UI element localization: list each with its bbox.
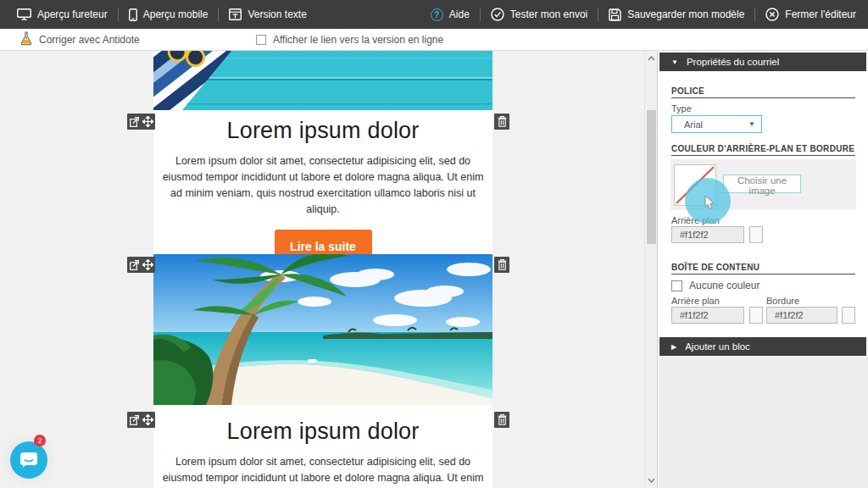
secondary-toolbar: Corriger avec Antidote Afficher le lien … — [0, 29, 868, 51]
no-color-option: Aucune couleur — [671, 280, 760, 291]
font-type-select[interactable]: Arial ▼ — [671, 115, 762, 133]
toolbar-right-group: ? Aide Tester mon envoi Sauvegarder mon … — [420, 0, 856, 29]
content-bg-input[interactable] — [671, 307, 744, 324]
antidote-correct-button[interactable]: Corriger avec Antidote — [20, 29, 140, 51]
move-block-icon[interactable] — [141, 114, 154, 130]
text-version-button[interactable]: Version texte — [219, 0, 316, 29]
text-version-icon — [229, 8, 242, 20]
chat-notification-badge: 2 — [34, 435, 46, 446]
speech-bubble-icon — [19, 452, 38, 469]
duplicate-block-icon[interactable] — [127, 114, 141, 130]
scroll-up-arrow[interactable] — [645, 53, 658, 64]
panel-header-add-block[interactable]: ▶ Ajouter un bloc — [659, 337, 866, 356]
save-template-label: Sauvegarder mon modèle — [627, 8, 744, 20]
phone-icon — [129, 8, 137, 21]
expand-triangle-icon: ▶ — [671, 343, 676, 351]
email-paragraph-1: Lorem ipsum dolor sit amet, consectetur … — [160, 153, 486, 218]
content-bg-label: Arrière plan — [671, 296, 720, 306]
preview-browser-button[interactable]: Aperçu fureteur — [17, 0, 118, 29]
email-text-block-2[interactable]: Lorem ipsum dolor Lorem ipsum dolor sit … — [153, 405, 492, 488]
duplicate-block-icon[interactable] — [127, 257, 141, 273]
section-rule — [671, 274, 855, 274]
email-paragraph-2: Lorem ipsum dolor sit amet, consectetur … — [160, 454, 486, 488]
test-send-label: Tester mon envoi — [510, 8, 587, 20]
scroll-down-arrow[interactable] — [645, 474, 658, 486]
choose-image-button[interactable]: Choisir une image — [723, 175, 801, 193]
help-icon: ? — [431, 8, 443, 21]
scrollbar-thumb[interactable] — [647, 110, 656, 244]
close-editor-label: Fermer l'éditeur — [785, 8, 856, 20]
add-block-label: Ajouter un bloc — [685, 341, 750, 352]
properties-panel: ▼ Propriétés du courriel POLICE Type Ari… — [657, 51, 868, 488]
section-title-content-box: BOÎTE DE CONTENU — [671, 263, 760, 272]
toolbar-left-group: Aperçu fureteur Aperçu mobile Version te… — [17, 0, 317, 29]
move-block-icon[interactable] — [141, 412, 154, 428]
close-circle-icon — [765, 8, 779, 21]
background-color-input[interactable] — [671, 226, 744, 243]
block2-controls — [127, 257, 155, 273]
chat-bubble-button[interactable] — [10, 441, 47, 479]
block1-delete-button[interactable] — [494, 114, 509, 130]
content-border-input[interactable] — [766, 307, 837, 324]
cursor-icon — [704, 196, 715, 210]
chevron-down-icon: ▼ — [748, 120, 755, 128]
email-heading-1: Lorem ipsum dolor — [153, 110, 492, 144]
test-send-button[interactable]: Tester mon envoi — [481, 0, 598, 29]
email-image-beach-towel[interactable] — [153, 51, 492, 110]
editor-toolbar: Aperçu fureteur Aperçu mobile Version te… — [0, 0, 868, 29]
background-color-swatch[interactable] — [749, 226, 763, 243]
text-version-label: Version texte — [248, 8, 306, 20]
email-content-column: Lorem ipsum dolor Lorem ipsum dolor sit … — [153, 51, 492, 488]
antidote-flask-icon — [20, 31, 32, 48]
online-version-checkbox[interactable] — [256, 35, 266, 45]
click-indicator — [685, 178, 731, 224]
content-border-label: Bordure — [766, 296, 799, 306]
font-type-value: Arial — [684, 119, 703, 130]
content-bg-swatch[interactable] — [749, 307, 763, 324]
no-color-checkbox[interactable] — [671, 280, 682, 291]
preview-mobile-button[interactable]: Aperçu mobile — [119, 0, 219, 29]
section-rule — [671, 155, 855, 156]
read-more-button[interactable]: Lire la suite — [275, 230, 372, 254]
antidote-correct-label: Corriger avec Antidote — [39, 34, 140, 46]
email-heading-2: Lorem ipsum dolor — [153, 405, 492, 445]
section-title-police: POLICE — [671, 86, 704, 96]
floppy-disk-icon — [609, 8, 621, 21]
panel-header-email-properties[interactable]: ▼ Propriétés du courriel — [659, 53, 866, 71]
online-version-option: Afficher le lien vers la version en lign… — [256, 29, 443, 51]
collapse-triangle-icon: ▼ — [671, 58, 678, 66]
preview-mobile-label: Aperçu mobile — [143, 8, 209, 20]
email-image-tropical-beach[interactable] — [153, 254, 492, 405]
online-version-label: Afficher le lien vers la version en lign… — [273, 34, 443, 46]
panel-header-label: Propriétés du courriel — [687, 57, 779, 67]
block3-controls — [127, 412, 155, 428]
check-circle-icon — [491, 8, 504, 21]
email-canvas: Lorem ipsum dolor Lorem ipsum dolor sit … — [0, 51, 644, 488]
canvas-scrollbar[interactable] — [644, 51, 657, 488]
font-type-label: Type — [671, 103, 692, 114]
close-editor-button[interactable]: Fermer l'éditeur — [755, 0, 856, 29]
move-block-icon[interactable] — [141, 257, 154, 273]
duplicate-block-icon[interactable] — [127, 412, 141, 428]
panel-footer — [659, 357, 868, 488]
block1-controls — [127, 114, 155, 130]
section-title-background: COULEUR D'ARRIÈRE-PLAN ET BORDURE — [671, 144, 854, 153]
monitor-icon — [17, 8, 31, 20]
no-color-label: Aucune couleur — [689, 280, 760, 291]
section-rule — [671, 97, 855, 98]
preview-browser-label: Aperçu fureteur — [37, 8, 108, 20]
content-border-swatch[interactable] — [842, 307, 855, 324]
help-label: Aide — [449, 8, 470, 20]
block3-delete-button[interactable] — [494, 412, 509, 428]
email-text-block-1[interactable]: Lorem ipsum dolor Lorem ipsum dolor sit … — [153, 110, 492, 254]
save-template-button[interactable]: Sauvegarder mon modèle — [598, 0, 754, 29]
block2-delete-button[interactable] — [494, 257, 509, 273]
help-button[interactable]: ? Aide — [420, 0, 480, 29]
